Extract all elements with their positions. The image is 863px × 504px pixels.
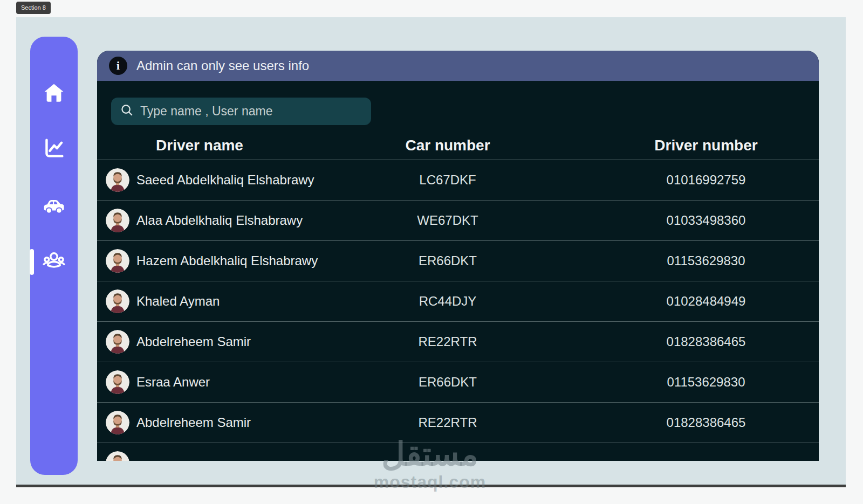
avatar — [106, 330, 129, 354]
home-icon — [42, 81, 66, 105]
driver-name-cell: Esraa Anwer — [97, 370, 302, 394]
driver-number: 01153629830 — [593, 375, 819, 390]
search-box[interactable] — [111, 98, 371, 125]
driver-number: 01028484949 — [593, 294, 819, 309]
table-body: Saeed Abdelkhaliq Elshabrawy LC67DKF 010… — [97, 160, 819, 461]
search-icon — [120, 103, 134, 120]
avatar — [106, 209, 129, 232]
car-number: ER66DKT — [302, 375, 593, 390]
sidebar-item-home[interactable] — [41, 80, 67, 106]
banner-text: Admin can only see users info — [136, 58, 309, 73]
driver-name-cell: Alaa Abdelkhaliq Elshabrawy — [97, 209, 302, 232]
car-icon — [42, 194, 66, 218]
sidebar-item-analytics[interactable] — [41, 135, 67, 161]
avatar — [106, 451, 129, 461]
avatar — [106, 289, 129, 313]
driver-name-cell: Abdelreheem Samir — [97, 411, 302, 434]
avatar — [106, 249, 129, 273]
avatar — [106, 411, 129, 434]
info-banner: i Admin can only see users info — [97, 51, 819, 81]
table-row[interactable]: Abdelreheem Samir RE22RTR 01828386465 — [97, 321, 819, 362]
table-row[interactable]: Hazem Abdelkhaliq Elshabrawy ER66DKT 011… — [97, 240, 819, 281]
table-row[interactable]: Alaa Abdelkhaliq Elshabrawy WE67DKT 0103… — [97, 200, 819, 240]
table-row[interactable] — [97, 443, 819, 461]
table-row[interactable]: Abdelreheem Samir RE22RTR 01828386465 — [97, 402, 819, 443]
driver-name: Alaa Abdelkhaliq Elshabrawy — [136, 213, 303, 228]
driver-name: Esraa Anwer — [136, 375, 210, 390]
sidebar-item-users[interactable] — [41, 247, 67, 273]
car-number: WE67DKT — [302, 213, 593, 228]
car-number: RC44DJY — [302, 294, 593, 309]
bottom-divider-bar — [16, 485, 846, 487]
avatar — [106, 370, 129, 394]
car-number: RE22RTR — [302, 415, 593, 430]
driver-number: 01828386465 — [593, 334, 819, 349]
search-input[interactable] — [140, 104, 364, 119]
sidebar — [30, 37, 78, 475]
table-header: Driver name Car number Driver number — [97, 132, 819, 160]
driver-name: Abdelreheem Samir — [136, 415, 251, 430]
driver-name: Khaled Ayman — [136, 294, 220, 309]
driver-name: Saeed Abdelkhaliq Elshabrawy — [136, 172, 314, 188]
sidebar-item-cars[interactable] — [41, 193, 67, 219]
driver-name-cell: Abdelreheem Samir — [97, 330, 302, 354]
avatar — [106, 168, 129, 192]
table-row[interactable]: Khaled Ayman RC44DJY 01028484949 — [97, 281, 819, 321]
info-icon: i — [109, 57, 127, 75]
column-header-driver-name: Driver name — [97, 137, 302, 154]
car-number: ER66DKT — [302, 253, 593, 268]
driver-name-cell: Hazem Abdelkhaliq Elshabrawy — [97, 249, 302, 273]
driver-name-cell — [97, 451, 302, 461]
driver-name-cell: Khaled Ayman — [97, 289, 302, 313]
car-number: LC67DKF — [302, 172, 593, 188]
driver-number: 01033498360 — [593, 213, 819, 228]
table-row[interactable]: Esraa Anwer ER66DKT 01153629830 — [97, 362, 819, 402]
driver-name: Hazem Abdelkhaliq Elshabrawy — [136, 253, 318, 268]
driver-name: Abdelreheem Samir — [136, 334, 251, 349]
driver-number: 01016992759 — [593, 172, 819, 188]
column-header-car-number: Car number — [302, 137, 593, 154]
users-icon — [42, 248, 66, 272]
car-number: RE22RTR — [302, 334, 593, 349]
chart-icon — [42, 136, 66, 160]
app-canvas: i Admin can only see users info Driver n… — [16, 17, 846, 485]
driver-number: 01828386465 — [593, 415, 819, 430]
column-header-driver-number: Driver number — [593, 137, 819, 154]
driver-name-cell: Saeed Abdelkhaliq Elshabrawy — [97, 168, 302, 192]
section-label: Section 8 — [16, 2, 51, 14]
driver-number: 01153629830 — [593, 253, 819, 268]
active-item-indicator — [30, 249, 34, 275]
table-row[interactable]: Saeed Abdelkhaliq Elshabrawy LC67DKF 010… — [97, 160, 819, 200]
users-panel: i Admin can only see users info Driver n… — [97, 51, 819, 461]
